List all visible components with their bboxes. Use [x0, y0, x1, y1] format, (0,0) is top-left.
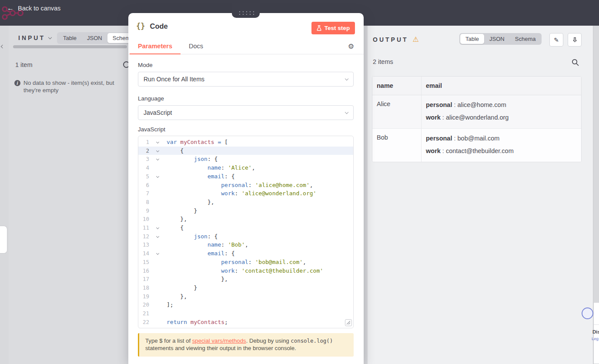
- code-line[interactable]: 1var myContacts = [: [138, 138, 353, 147]
- output-tab-table[interactable]: Table: [460, 34, 484, 44]
- code-line[interactable]: 17 },: [138, 275, 353, 284]
- tab-parameters[interactable]: Parameters: [130, 39, 181, 54]
- fold-chevron-icon[interactable]: [149, 249, 167, 258]
- back-to-canvas-button[interactable]: ← Back to canvas: [7, 5, 60, 12]
- code-line[interactable]: 7 work: 'alice@wonderland.org': [138, 189, 353, 198]
- table-row[interactable]: Alicepersonal : alice@home.comwork : ali…: [372, 95, 581, 129]
- back-arrow-icon: ←: [7, 5, 14, 12]
- test-step-button[interactable]: Test step: [311, 22, 355, 34]
- language-select-value: JavaScript: [144, 109, 172, 116]
- panel-collapse-arrow[interactable]: [1, 42, 4, 50]
- editor-label: JavaScript: [138, 126, 165, 133]
- output-tab-json[interactable]: JSON: [484, 34, 510, 44]
- code-line[interactable]: 11 {: [138, 224, 353, 232]
- line-number: 12: [138, 232, 149, 241]
- fold-gutter: [149, 267, 167, 275]
- table-row[interactable]: Bobpersonal : bob@mail.comwork : contact…: [372, 129, 581, 162]
- fold-chevron-icon[interactable]: [149, 224, 167, 232]
- language-label: Language: [138, 95, 164, 102]
- code-line[interactable]: 14 email: {: [138, 249, 353, 258]
- fold-chevron-icon[interactable]: [149, 232, 167, 241]
- cell-email: personal : alice@home.comwork : alice@wo…: [421, 95, 581, 128]
- output-tab-schema[interactable]: Schema: [510, 34, 541, 44]
- code-line[interactable]: 5 email: {: [138, 172, 353, 181]
- table-header-row: name email: [372, 77, 581, 95]
- code-node-modal: {} Code Test step Parameters Docs ⚙ Mode…: [128, 13, 364, 364]
- pin-data-button[interactable]: [568, 33, 582, 47]
- pin-icon: [572, 37, 578, 43]
- output-panel-title: OUTPUT: [373, 36, 408, 43]
- code-text: json: {: [167, 155, 353, 164]
- line-number: 8: [138, 198, 149, 207]
- output-search-button[interactable]: [570, 57, 580, 67]
- fold-gutter: [149, 164, 167, 172]
- column-header-name[interactable]: name: [372, 77, 421, 95]
- edit-output-button[interactable]: ✎: [549, 33, 563, 47]
- code-editor[interactable]: 1var myContacts = [2 {3 json: {4 name: '…: [138, 136, 354, 328]
- pencil-icon: ✎: [554, 37, 559, 43]
- fold-chevron-icon[interactable]: [149, 138, 167, 147]
- fold-gutter: [149, 292, 167, 301]
- gear-icon[interactable]: ⚙: [348, 42, 354, 50]
- code-line[interactable]: 2 {: [138, 147, 353, 155]
- fold-gutter: [149, 198, 167, 207]
- tab-docs[interactable]: Docs: [181, 39, 211, 54]
- resize-icon: [346, 321, 351, 325]
- input-panel: INPUT Table JSON Schema 1 item i No data…: [9, 26, 128, 364]
- special-vars-link[interactable]: special vars/methods: [192, 337, 246, 344]
- input-tab-table[interactable]: Table: [58, 33, 82, 43]
- line-number: 5: [138, 172, 149, 181]
- code-lines: 1var myContacts = [2 {3 json: {4 name: '…: [138, 138, 353, 326]
- info-icon: i: [14, 80, 20, 86]
- column-header-email[interactable]: email: [421, 77, 581, 95]
- help-circle-button[interactable]: [582, 307, 593, 319]
- cutoff-text-top: Dis: [592, 329, 599, 334]
- input-tabs-scrollbar[interactable]: [13, 45, 127, 48]
- code-line[interactable]: 20];: [138, 301, 353, 309]
- input-source-dropdown[interactable]: INPUT: [18, 34, 51, 41]
- chevron-down-icon: [345, 77, 348, 80]
- code-line[interactable]: 9 }: [138, 207, 353, 215]
- line-number: 1: [138, 138, 149, 147]
- code-line[interactable]: 19 },: [138, 292, 353, 301]
- cutoff-text-bottom[interactable]: Leg: [592, 336, 599, 341]
- back-to-canvas-label: Back to canvas: [18, 5, 60, 12]
- code-line[interactable]: 18 }: [138, 284, 353, 292]
- language-select[interactable]: JavaScript: [138, 105, 354, 120]
- canvas-side-handle[interactable]: [0, 226, 7, 254]
- mode-select[interactable]: Run Once for All Items: [138, 72, 354, 87]
- code-text: json: {: [167, 232, 353, 241]
- code-line[interactable]: 13 name: 'Bob',: [138, 240, 353, 249]
- code-line[interactable]: 21: [138, 309, 353, 318]
- code-line[interactable]: 10 },: [138, 215, 353, 224]
- code-line[interactable]: 12 json: {: [138, 232, 353, 241]
- line-number: 13: [138, 240, 149, 249]
- fold-chevron-icon[interactable]: [149, 155, 167, 164]
- editor-resize-handle[interactable]: [345, 319, 352, 326]
- input-tab-json[interactable]: JSON: [82, 33, 107, 43]
- line-number: 16: [138, 267, 149, 275]
- warning-icon[interactable]: ⚠: [413, 36, 419, 43]
- code-text: email: {: [167, 249, 353, 258]
- code-line[interactable]: 8 },: [138, 198, 353, 207]
- line-number: 22: [138, 318, 149, 327]
- line-number: 14: [138, 249, 149, 258]
- chevron-down-icon: [48, 35, 52, 39]
- fold-chevron-icon[interactable]: [149, 172, 167, 181]
- fold-gutter: [149, 309, 167, 318]
- code-line[interactable]: 16 work: 'contact@thebuilder.com': [138, 267, 353, 275]
- code-line[interactable]: 22return myContacts;: [138, 318, 353, 327]
- code-text: },: [167, 275, 353, 284]
- mode-label: Mode: [138, 62, 153, 68]
- code-line[interactable]: 3 json: {: [138, 155, 353, 164]
- output-table: name email Alicepersonal : alice@home.co…: [372, 76, 582, 162]
- fold-chevron-icon[interactable]: [149, 147, 167, 155]
- code-text: [167, 309, 353, 318]
- code-line[interactable]: 6 personal: 'alice@home.com',: [138, 181, 353, 190]
- code-line[interactable]: 4 name: 'Alice',: [138, 164, 353, 172]
- line-number: 21: [138, 309, 149, 318]
- code-text: work: 'contact@thebuilder.com': [167, 267, 353, 275]
- modal-drag-handle[interactable]: [232, 0, 260, 18]
- code-line[interactable]: 15 personal: 'bob@mail.com',: [138, 258, 353, 267]
- code-text: name: 'Bob',: [167, 240, 353, 249]
